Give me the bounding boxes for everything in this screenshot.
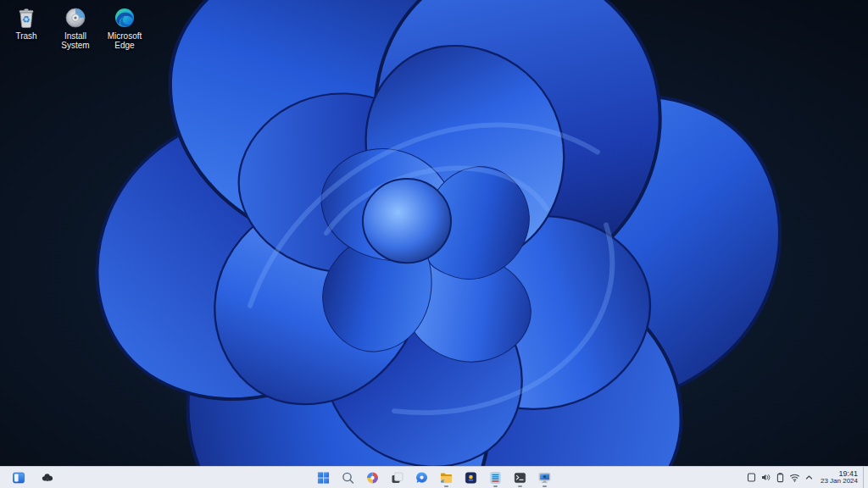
taskbar-left	[10, 468, 56, 488]
bloom-wallpaper	[0, 0, 868, 466]
running-indicator	[444, 485, 448, 487]
clock-date: 23 Jan 2024	[821, 478, 858, 485]
taskbar-center	[315, 467, 554, 488]
chevron-up-icon[interactable]	[802, 468, 816, 488]
taskbar: 19:41 23 Jan 2024	[0, 466, 868, 488]
show-desktop-button[interactable]	[863, 467, 868, 488]
desktop: ♻ Trash	[0, 0, 868, 466]
desktop-icon-microsoft-edge[interactable]: Microsoft Edge	[102, 5, 147, 52]
trash-icon: ♻	[15, 7, 37, 29]
software-center-icon[interactable]	[487, 468, 504, 488]
wifi-icon[interactable]	[787, 468, 802, 488]
desktop-icon-label: Install System	[53, 31, 97, 50]
file-explorer-icon[interactable]	[438, 468, 455, 488]
desktop-icon-install-system[interactable]: Install System	[53, 5, 98, 52]
start-button[interactable]	[315, 468, 332, 488]
terminal-icon[interactable]	[512, 468, 529, 488]
clock[interactable]: 19:41 23 Jan 2024	[821, 470, 858, 485]
widgets-icon[interactable]	[364, 468, 381, 488]
desktop-icon-trash[interactable]: ♻ Trash	[3, 5, 49, 52]
cloud-sync-icon[interactable]	[39, 468, 56, 488]
display-settings-icon[interactable]	[537, 468, 554, 488]
search-icon[interactable]	[340, 468, 357, 488]
edge-icon	[114, 7, 136, 29]
install-disc-icon	[64, 7, 86, 29]
chat-icon[interactable]	[414, 468, 431, 488]
store-icon[interactable]	[463, 468, 480, 488]
taskbar-right: 19:41 23 Jan 2024	[744, 467, 868, 488]
volume-icon[interactable]	[759, 468, 773, 488]
desktop-icon-label: Trash	[15, 31, 36, 41]
running-indicator	[493, 485, 498, 487]
battery-icon[interactable]	[773, 468, 787, 488]
running-indicator	[518, 485, 522, 487]
task-view-icon[interactable]	[389, 468, 406, 488]
desktop-icon-label: Microsoft Edge	[103, 31, 147, 50]
window-tray-icon[interactable]	[744, 468, 759, 488]
running-indicator	[542, 485, 547, 487]
svg-text:♻: ♻	[22, 14, 31, 25]
desktop-icon-grid: ♻ Trash	[3, 5, 147, 52]
panel-toggle-icon[interactable]	[10, 468, 27, 488]
